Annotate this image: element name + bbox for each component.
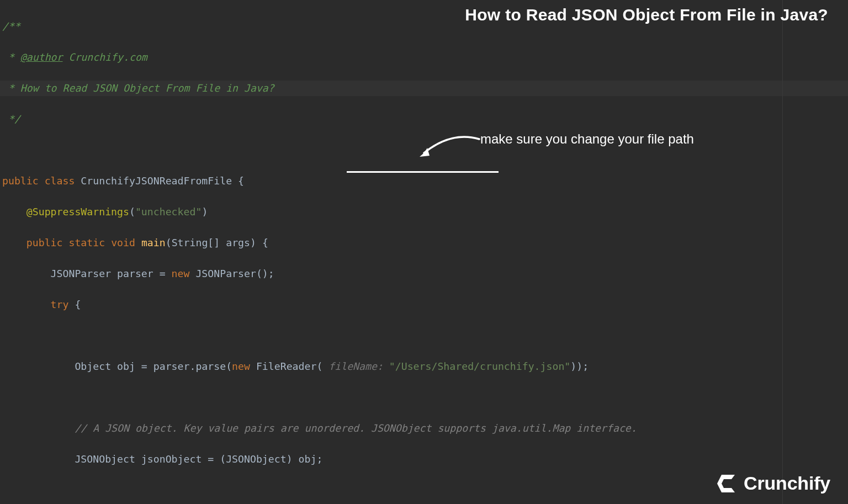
brand-name: Crunchify <box>744 473 830 494</box>
try-block-open: try { <box>0 297 848 312</box>
suppress-warnings: @SuppressWarnings("unchecked") <box>0 204 848 220</box>
file-path-string: "/Users/Shared/crunchify.json" <box>389 360 571 372</box>
editor-right-margin <box>782 0 783 504</box>
javadoc-author: * @author Crunchify.com <box>2 51 147 63</box>
main-method-signature: public static void main(String[] args) { <box>0 235 848 251</box>
file-path-underline <box>347 171 499 173</box>
jsonobject-cast-line: JSONObject jsonObject = (JSONObject) obj… <box>2 453 322 465</box>
javadoc-open: /** <box>2 20 20 32</box>
file-path-annotation: make sure you change your file path <box>480 131 694 147</box>
class-declaration: public class CrunchifyJSONReadFromFile { <box>0 173 848 189</box>
comment-json-object: // A JSON object. Key value pairs are un… <box>2 422 637 434</box>
crunchify-icon <box>716 474 738 494</box>
code-editor[interactable]: /** * @author Crunchify.com * How to Rea… <box>0 0 848 504</box>
parse-file-line: Object obj = parser.parse(new FileReader… <box>0 359 848 374</box>
brand-logo-area: Crunchify <box>716 473 830 494</box>
page-title: How to Read JSON Object From File in Jav… <box>465 6 828 24</box>
javadoc-title: * How to Read JSON Object From File in J… <box>2 82 274 94</box>
javadoc-close: */ <box>2 113 20 125</box>
parser-declaration: JSONParser parser = new JSONParser(); <box>0 266 848 282</box>
